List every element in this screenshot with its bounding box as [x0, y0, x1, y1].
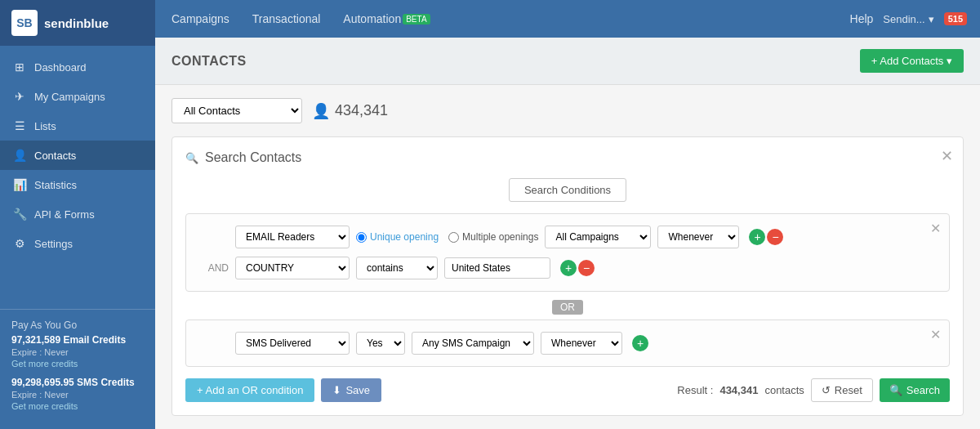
campaigns-icon: ✈: [13, 90, 26, 103]
sidebar-item-api[interactable]: 🔧 API & Forms: [0, 199, 155, 229]
page-header: CONTACTS + Add Contacts ▾: [155, 38, 980, 85]
topnav-right: Help Sendin... ▾ 515: [850, 12, 967, 25]
row2-add-remove: + −: [560, 260, 595, 276]
contact-count: 👤 434,341: [312, 102, 388, 120]
beta-badge: BETA: [403, 14, 430, 25]
condition-row-3: SMS Delivered Yes Any SMS Campaign Whene…: [199, 332, 936, 355]
and-label: AND: [199, 262, 229, 274]
row3-campaign-select[interactable]: Any SMS Campaign: [412, 332, 534, 355]
content-area: CONTACTS + Add Contacts ▾ All Contacts 👤…: [155, 38, 980, 429]
page-title: CONTACTS: [172, 54, 247, 69]
radio-multiple-input[interactable]: [448, 232, 459, 243]
logo-icon: SB: [11, 10, 38, 36]
row2-add-button[interactable]: +: [560, 260, 577, 276]
lists-icon: ☰: [13, 119, 26, 132]
sidebar-item-statistics[interactable]: 📊 Statistics: [0, 170, 155, 199]
pay-as-go-label: Pay As You Go: [11, 320, 144, 331]
contacts-icon: 👤: [13, 149, 26, 162]
notification-badge[interactable]: 515: [944, 12, 967, 25]
bottom-right-actions: Result : 434,341 contacts ↺ Reset 🔍 Sear…: [677, 378, 950, 402]
person-icon: 👤: [312, 102, 330, 120]
row2-condition-select[interactable]: contains: [356, 257, 438, 279]
row3-add-button[interactable]: +: [632, 335, 648, 351]
reset-button[interactable]: ↺ Reset: [811, 378, 873, 402]
nav-transactional[interactable]: Transactional: [249, 0, 324, 38]
search-btn-icon: 🔍: [889, 384, 902, 396]
add-contacts-button[interactable]: + Add Contacts ▾: [860, 49, 964, 73]
conditions-tab: Search Conditions: [185, 178, 950, 202]
row3-add: +: [632, 335, 648, 351]
row2-value-input[interactable]: [444, 257, 550, 279]
add-or-condition-button[interactable]: + Add an OR condition: [185, 378, 314, 402]
email-credits-link[interactable]: Get more credits: [11, 359, 144, 369]
help-button[interactable]: Help: [850, 12, 874, 25]
radio-unique-label: Unique opening: [370, 231, 439, 243]
search-panel-title: Search Contacts: [205, 150, 301, 165]
row3-field-select[interactable]: SMS Delivered: [235, 332, 350, 355]
group2-close-icon[interactable]: ✕: [930, 327, 941, 342]
email-credits-block: Pay As You Go 97,321,589 Email Credits E…: [11, 320, 144, 369]
dashboard-icon: ⊞: [13, 60, 26, 74]
email-credits-value: 97,321,589 Email Credits: [11, 334, 144, 346]
radio-unique-opening[interactable]: Unique opening: [356, 231, 439, 243]
search-close-icon[interactable]: ✕: [941, 147, 953, 165]
condition-group-2: ✕ SMS Delivered Yes Any SMS Campaign: [185, 320, 950, 367]
sidebar-item-label: Settings: [34, 238, 73, 250]
settings-icon: ⚙: [13, 237, 26, 250]
result-count: 434,341: [719, 384, 758, 396]
sms-credits-value: 99,298,695.95 SMS Credits: [11, 377, 144, 388]
or-divider: OR: [185, 300, 950, 315]
row1-field-select[interactable]: EMAIL Readers: [235, 226, 350, 248]
sidebar-item-label: Dashboard: [34, 61, 87, 74]
sidebar-item-label: API & Forms: [34, 208, 95, 221]
row1-add-button[interactable]: +: [749, 229, 765, 245]
email-expire: Expire : Never: [11, 347, 144, 357]
reset-icon: ↺: [822, 384, 831, 396]
radio-unique-input[interactable]: [356, 232, 367, 243]
sidebar-item-label: My Campaigns: [34, 91, 105, 103]
sms-credits-link[interactable]: Get more credits: [11, 401, 144, 411]
search-header: 🔍 Search Contacts: [185, 150, 950, 165]
contact-count-value: 434,341: [335, 102, 388, 119]
row3-condition-select[interactable]: Yes: [356, 332, 405, 355]
or-badge: OR: [552, 300, 583, 315]
search-panel: 🔍 Search Contacts ✕ Search Conditions ✕ …: [172, 136, 964, 416]
save-button[interactable]: ⬇ Save: [321, 378, 381, 402]
search-icon: 🔍: [185, 152, 198, 164]
condition-row-1: EMAIL Readers Unique opening Multiple op…: [199, 226, 936, 248]
row1-time-select[interactable]: Whenever: [657, 226, 739, 248]
contacts-row: All Contacts 👤 434,341: [172, 98, 964, 123]
sidebar-nav: ⊞ Dashboard ✈ My Campaigns ☰ Lists 👤 Con…: [0, 46, 155, 309]
search-conditions-tab[interactable]: Search Conditions: [509, 178, 626, 202]
user-menu[interactable]: Sendin... ▾: [883, 13, 933, 25]
row2-field-select[interactable]: COUNTRY: [235, 257, 350, 279]
sidebar-item-lists[interactable]: ☰ Lists: [0, 111, 155, 141]
row1-remove-button[interactable]: −: [767, 229, 783, 245]
row3-time-select[interactable]: Whenever: [541, 332, 622, 355]
radio-multiple-label: Multiple openings: [462, 231, 538, 243]
sidebar-credits: Pay As You Go 97,321,589 Email Credits E…: [0, 309, 155, 429]
nav-automation[interactable]: Automation BETA: [340, 0, 433, 38]
chevron-down-icon: ▾: [929, 13, 934, 25]
bottom-left-actions: + Add an OR condition ⬇ Save: [185, 378, 381, 402]
nav-campaigns[interactable]: Campaigns: [168, 0, 233, 38]
statistics-icon: 📊: [13, 178, 26, 191]
sidebar-item-settings[interactable]: ⚙ Settings: [0, 229, 155, 258]
sidebar-item-dashboard[interactable]: ⊞ Dashboard: [0, 52, 155, 82]
sidebar: SB sendinblue ⊞ Dashboard ✈ My Campaigns…: [0, 0, 155, 429]
row1-campaign-select[interactable]: All Campaigns: [545, 226, 651, 248]
sidebar-item-campaigns[interactable]: ✈ My Campaigns: [0, 82, 155, 111]
logo-text: sendinblue: [44, 16, 109, 30]
sidebar-item-contacts[interactable]: 👤 Contacts: [0, 141, 155, 170]
list-select[interactable]: All Contacts: [172, 98, 302, 123]
group1-close-icon[interactable]: ✕: [930, 221, 941, 236]
sidebar-item-label: Contacts: [34, 150, 76, 162]
condition-group-1: ✕ EMAIL Readers Unique opening: [185, 213, 950, 292]
search-button[interactable]: 🔍 Search: [880, 378, 950, 402]
api-icon: 🔧: [13, 208, 26, 221]
sms-expire: Expire : Never: [11, 390, 144, 400]
row2-remove-button[interactable]: −: [578, 260, 595, 276]
content-body: All Contacts 👤 434,341 🔍 Search Contacts…: [155, 85, 980, 429]
top-navigation: Campaigns Transactional Automation BETA …: [155, 0, 980, 38]
radio-multiple-openings[interactable]: Multiple openings: [448, 231, 538, 243]
